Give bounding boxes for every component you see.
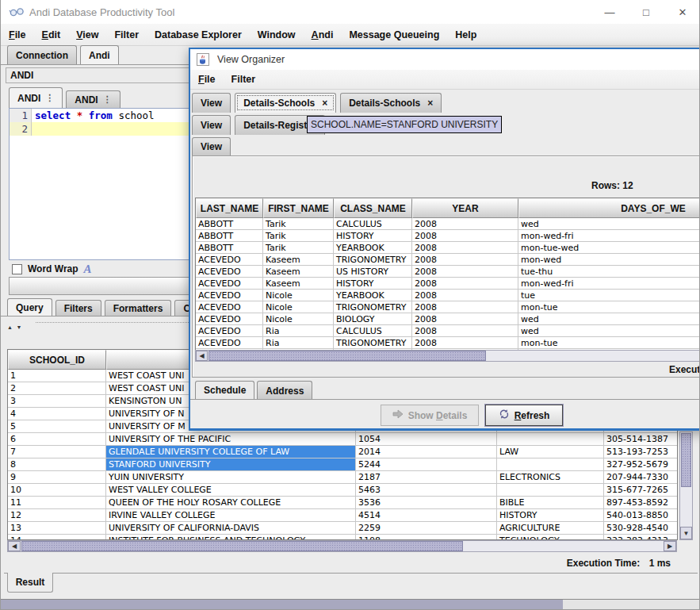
editor-tab-1[interactable]: ANDI⋮ — [9, 87, 63, 108]
dialog-h-scrollbar-thumb[interactable] — [208, 351, 486, 361]
table-cell[interactable] — [497, 433, 604, 446]
table-cell[interactable]: ACEVEDO — [196, 325, 263, 337]
table-cell[interactable]: BIOLOGY — [334, 313, 412, 325]
table-cell[interactable]: UNIVERSITY OF CALIFORNIA-DAVIS — [106, 522, 356, 535]
dialog-tab-details-schools[interactable]: Details-Schools× — [340, 93, 442, 113]
table-cell[interactable]: INSTITUTE FOR BUSINESS AND TECHNOLOGY — [106, 535, 356, 539]
tab-query[interactable]: Query — [7, 298, 52, 316]
table-cell[interactable]: HISTORY — [334, 230, 412, 242]
table-cell[interactable]: 1 — [8, 370, 106, 382]
column-header[interactable]: DAYS_OF_WE — [518, 198, 700, 218]
tab-filters[interactable]: Filters — [55, 300, 101, 316]
table-row[interactable]: 6UNIVERSITY OF THE PACIFIC1054305-514-13… — [8, 433, 677, 446]
table-row[interactable]: ACEVEDOKaseemUS HISTORY2008tue-thu — [196, 266, 700, 278]
table-cell[interactable]: 14 — [8, 535, 106, 539]
menu-item-message-queueing[interactable]: Message Queueing — [341, 29, 447, 40]
table-row[interactable]: 8STANFORD UNIVERSITY5244327-952-5679 — [8, 458, 677, 471]
h-scrollbar-thumb[interactable] — [21, 541, 463, 551]
table-cell[interactable]: GLENDALE UNIVERSITY COLLEGE OF LAW — [106, 446, 356, 458]
table-cell[interactable]: wed — [518, 313, 700, 325]
table-cell[interactable]: CALCULUS — [334, 218, 412, 230]
table-cell[interactable]: ACEVEDO — [196, 290, 263, 301]
table-row[interactable]: ACEVEDONicoleYEARBOOK2008tue — [196, 290, 700, 301]
tab-menu-icon[interactable]: ⋮ — [103, 94, 112, 105]
table-cell[interactable]: WEST VALLEY COLLEGE — [106, 484, 356, 497]
table-cell[interactable]: UNIVERSITY OF THE PACIFIC — [106, 433, 356, 446]
tab-andi[interactable]: Andi — [80, 45, 119, 64]
table-row[interactable]: ACEVEDOKaseemTRIGONOMETRY2008mon-wed — [196, 254, 700, 266]
tab-menu-icon[interactable]: ⋮ — [45, 93, 54, 103]
table-row[interactable]: ACEVEDORiaTRIGONOMETRY2008mon-tue — [196, 337, 700, 349]
menu-item-andi[interactable]: Andi — [304, 29, 342, 40]
tab-connection[interactable]: Connection — [7, 45, 77, 64]
v-scrollbar-thumb[interactable] — [681, 433, 691, 487]
table-cell[interactable]: 6 — [8, 433, 106, 446]
table-cell[interactable]: 2008 — [412, 325, 518, 337]
table-cell[interactable]: 540-013-8850 — [604, 509, 677, 522]
table-cell[interactable]: US HISTORY — [334, 266, 412, 278]
table-cell[interactable]: HISTORY — [497, 509, 604, 522]
maximize-button[interactable]: □ — [628, 0, 664, 24]
close-tab-icon[interactable]: × — [322, 98, 327, 109]
table-cell[interactable]: Tarik — [263, 230, 334, 242]
scroll-left-icon[interactable]: ◀ — [8, 541, 21, 551]
close-tab-icon[interactable]: × — [427, 98, 433, 109]
table-cell[interactable]: mon-tue-wed — [518, 242, 700, 254]
table-cell[interactable]: TRIGONOMETRY — [334, 337, 412, 349]
table-cell[interactable]: mon-tue — [518, 337, 700, 349]
menu-item-filter[interactable]: Filter — [106, 29, 147, 40]
table-cell[interactable]: tue — [518, 290, 700, 301]
table-cell[interactable]: Nicole — [263, 313, 334, 325]
table-cell[interactable]: Tarik — [263, 242, 334, 254]
table-cell[interactable]: mon-wed-fri — [518, 278, 700, 290]
table-cell[interactable]: 305-514-1387 — [604, 433, 677, 446]
table-cell[interactable]: 3536 — [356, 497, 497, 509]
h-scrollbar[interactable]: ◀ ▶ — [7, 540, 677, 552]
dialog-scroll-left-icon[interactable]: ◀ — [196, 351, 208, 361]
table-cell[interactable]: 4 — [8, 408, 106, 420]
table-cell[interactable]: YEARBOOK — [334, 242, 412, 254]
column-header[interactable]: SCHOOL_ID — [8, 350, 106, 370]
table-cell[interactable]: QUEEN OF THE HOLY ROSARY COLLEGE — [106, 497, 356, 509]
table-cell[interactable]: 207-944-7330 — [604, 471, 677, 484]
table-cell[interactable]: Kaseem — [263, 278, 334, 290]
table-cell[interactable]: 8 — [8, 458, 106, 471]
table-row[interactable]: 14INSTITUTE FOR BUSINESS AND TECHNOLOGY1… — [8, 535, 677, 539]
table-cell[interactable]: 2008 — [412, 254, 518, 266]
dialog-h-scrollbar[interactable]: ◀ — [195, 350, 700, 362]
table-cell[interactable]: 3 — [8, 395, 106, 408]
table-cell[interactable]: TECHNOLOGY — [497, 535, 604, 539]
dialog-tab-schedule[interactable]: Schedule — [195, 381, 254, 400]
table-cell[interactable]: 2 — [8, 382, 106, 395]
minimize-button[interactable]: — — [591, 0, 628, 24]
table-row[interactable]: 12IRVINE VALLEY COLLEGE4514HISTORY540-01… — [8, 509, 677, 522]
table-row[interactable]: 13UNIVERSITY OF CALIFORNIA-DAVIS2259AGRI… — [8, 522, 677, 535]
table-cell[interactable]: wed — [518, 218, 700, 230]
dialog-tab-details-schools[interactable]: Details-Schools× — [235, 93, 336, 113]
column-header[interactable]: YEAR — [412, 198, 518, 218]
table-cell[interactable]: 1054 — [356, 433, 497, 446]
table-cell[interactable]: TRIGONOMETRY — [334, 301, 412, 313]
table-cell[interactable]: wed — [518, 325, 700, 337]
column-header[interactable]: LAST_NAME — [196, 198, 263, 218]
table-cell[interactable]: TRIGONOMETRY — [334, 254, 412, 266]
table-cell[interactable]: 2008 — [412, 218, 518, 230]
table-cell[interactable]: 9 — [8, 471, 106, 484]
refresh-button[interactable]: Refresh — [485, 405, 563, 426]
table-cell[interactable]: STANFORD UNIVERSITY — [106, 458, 356, 471]
table-cell[interactable]: ELECTRONICS — [497, 471, 604, 484]
table-cell[interactable]: 5244 — [356, 458, 497, 471]
table-cell[interactable]: 2008 — [412, 313, 518, 325]
table-row[interactable]: 7GLENDALE UNIVERSITY COLLEGE OF LAW2014L… — [8, 446, 677, 458]
table-row[interactable]: 9YUIN UNIVERSITY2187ELECTRONICS207-944-7… — [8, 471, 677, 484]
scroll-down-icon[interactable]: ▼ — [680, 527, 692, 539]
table-cell[interactable]: ABBOTT — [196, 218, 263, 230]
table-cell[interactable]: 530-928-4540 — [604, 522, 677, 535]
table-row[interactable]: 10WEST VALLEY COLLEGE5463315-677-7265 — [8, 484, 677, 497]
table-cell[interactable]: 2008 — [412, 301, 518, 313]
table-cell[interactable]: ACEVEDO — [196, 301, 263, 313]
menu-item-database-explorer[interactable]: Database Explorer — [147, 29, 250, 40]
table-cell[interactable] — [497, 484, 604, 497]
table-cell[interactable]: ABBOTT — [196, 230, 263, 242]
table-cell[interactable]: mon-wed-fri — [518, 230, 700, 242]
